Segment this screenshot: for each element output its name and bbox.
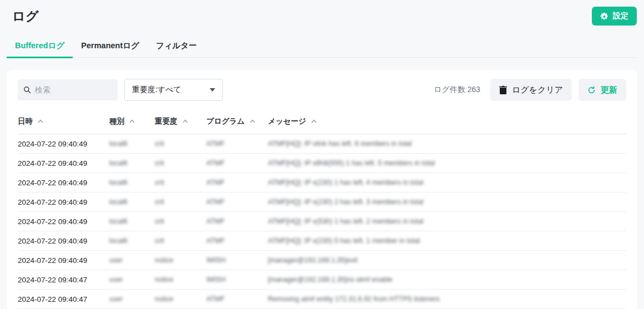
cell-datetime: 2024-07-22 09:40:49 [18, 193, 109, 212]
settings-button-label: 設定 [613, 11, 628, 21]
tab-permanent-log[interactable]: Permanentログ [73, 34, 148, 58]
cell-facility: user [109, 270, 155, 290]
table-row[interactable]: 2024-07-22 09:40:49 user notice IMISH [m… [18, 251, 626, 270]
cell-datetime: 2024-07-22 09:40:49 [18, 231, 109, 251]
page-title: ログ [12, 7, 39, 25]
cell-severity: crit [155, 193, 206, 212]
sort-asc-icon [311, 119, 317, 123]
cell-program: ATMF [206, 290, 268, 309]
cell-datetime: 2024-07-22 09:40:49 [18, 212, 109, 231]
cell-severity: crit [155, 212, 206, 231]
chevron-down-icon [210, 88, 215, 92]
cell-message: ATMF[HQ]: IP vlink has left. 6 members i… [268, 134, 626, 154]
cell-program: ATMF [206, 173, 268, 193]
cell-facility: user [109, 290, 155, 309]
cell-datetime: 2024-07-22 09:40:47 [18, 290, 109, 309]
cell-message: ATMF[HQ]: IP x(230) 1 has left. 4 member… [268, 173, 626, 193]
table-row[interactable]: 2024-07-22 09:40:47 user notice IMISH [m… [18, 270, 626, 290]
column-header-program[interactable]: プログラム [206, 110, 268, 134]
table-row[interactable]: 2024-07-22 09:40:49 local6 crit ATMF ATM… [18, 173, 626, 193]
log-count-value: 263 [468, 85, 480, 94]
cell-message: [manager@192.168.1.35]no atmf enable [268, 270, 626, 290]
column-header-message[interactable]: メッセージ [268, 110, 626, 134]
table-row[interactable]: 2024-07-22 09:40:49 local6 crit ATMF ATM… [18, 231, 626, 251]
refresh-button[interactable]: 更新 [579, 79, 626, 101]
severity-filter-select[interactable]: 重要度:すべて [124, 79, 223, 101]
cell-datetime: 2024-07-22 09:40:49 [18, 251, 109, 270]
cell-datetime: 2024-07-22 09:40:47 [18, 270, 109, 290]
cell-datetime: 2024-07-22 09:40:49 [18, 134, 109, 154]
cell-severity: crit [155, 154, 206, 173]
cell-program: ATMF [206, 134, 268, 154]
toolbar: 重要度:すべて ログ件数 263 ログをクリア 更新 [18, 79, 626, 101]
cell-datetime: 2024-07-22 09:40:49 [18, 173, 109, 193]
cell-facility: local6 [109, 173, 155, 193]
table-header-row: 日時 種別 重要度 プログラム メッセージ [18, 110, 626, 134]
log-count: ログ件数 263 [434, 85, 480, 95]
cell-severity: notice [155, 251, 206, 270]
cell-program: ATMF [206, 231, 268, 251]
log-table-body: 2024-07-22 09:40:49 local6 crit ATMF ATM… [18, 134, 626, 309]
tab-bar: Bufferedログ Permanentログ フィルター [7, 34, 637, 58]
cell-program: ATMF [206, 193, 268, 212]
cell-message: ATMF[HQ]: IP x8h8(555) 1 has left. 5 mem… [268, 154, 626, 173]
table-row[interactable]: 2024-07-22 09:40:47 user notice ATMF Rem… [18, 290, 626, 309]
cell-facility: local6 [109, 134, 155, 154]
cell-program: ATMF [206, 154, 268, 173]
cell-facility: local6 [109, 154, 155, 173]
cell-facility: local6 [109, 231, 155, 251]
settings-button[interactable]: 設定 [592, 7, 637, 26]
cell-program: IMISH [206, 270, 268, 290]
cell-program: ATMF [206, 212, 268, 231]
clear-logs-button[interactable]: ログをクリア [490, 79, 572, 101]
cell-severity: crit [155, 173, 206, 193]
cell-facility: local6 [109, 193, 155, 212]
cell-message: ATMF[HQ]: IP x(230) 5 has left. 1 member… [268, 231, 626, 251]
cell-severity: notice [155, 270, 206, 290]
refresh-label: 更新 [601, 85, 617, 95]
column-header-datetime[interactable]: 日時 [18, 110, 109, 134]
log-panel: 重要度:すべて ログ件数 263 ログをクリア 更新 日時 種別 [7, 70, 637, 309]
tab-filter[interactable]: フィルター [148, 34, 205, 58]
sort-asc-icon [38, 119, 43, 123]
search-input[interactable] [35, 85, 112, 94]
table-row[interactable]: 2024-07-22 09:40:49 local6 crit ATMF ATM… [18, 212, 626, 231]
column-header-severity[interactable]: 重要度 [155, 110, 206, 134]
page-header: ログ 設定 [0, 0, 644, 26]
column-header-facility[interactable]: 種別 [109, 110, 155, 134]
severity-filter-value: 重要度:すべて [132, 85, 181, 95]
clear-logs-label: ログをクリア [512, 85, 563, 95]
sort-asc-icon [129, 119, 135, 123]
table-row[interactable]: 2024-07-22 09:40:49 local6 crit ATMF ATM… [18, 193, 626, 212]
search-box[interactable] [18, 79, 118, 100]
cell-message: ATMF[HQ]: IP x(530) 1 has left. 2 member… [268, 212, 626, 231]
sort-asc-icon [250, 119, 255, 123]
cell-facility: local6 [109, 212, 155, 231]
cell-severity: crit [155, 231, 206, 251]
gear-icon [600, 12, 608, 21]
table-row[interactable]: 2024-07-22 09:40:49 local6 crit ATMF ATM… [18, 154, 626, 173]
refresh-icon [587, 86, 596, 94]
sort-asc-icon [182, 119, 188, 123]
trash-icon [499, 85, 507, 94]
search-icon [23, 86, 31, 94]
log-count-label: ログ件数 [434, 85, 465, 94]
cell-message: [manager@192.168.1.35]exit [268, 251, 626, 270]
cell-severity: crit [155, 134, 206, 154]
tab-buffered-log[interactable]: Bufferedログ [7, 34, 73, 58]
cell-datetime: 2024-07-22 09:40:49 [18, 154, 109, 173]
log-table: 日時 種別 重要度 プログラム メッセージ 2024-07-22 09:40:4… [18, 110, 626, 309]
cell-severity: notice [155, 290, 206, 309]
table-row[interactable]: 2024-07-22 09:40:49 local6 crit ATMF ATM… [18, 134, 626, 154]
cell-message: ATMF[HQ]: IP x(230) 2 has left. 3 member… [268, 193, 626, 212]
cell-program: IMISH [206, 251, 268, 270]
cell-message: Removing atmf entity 172.31.6.92 from HT… [268, 290, 626, 309]
cell-facility: user [109, 251, 155, 270]
